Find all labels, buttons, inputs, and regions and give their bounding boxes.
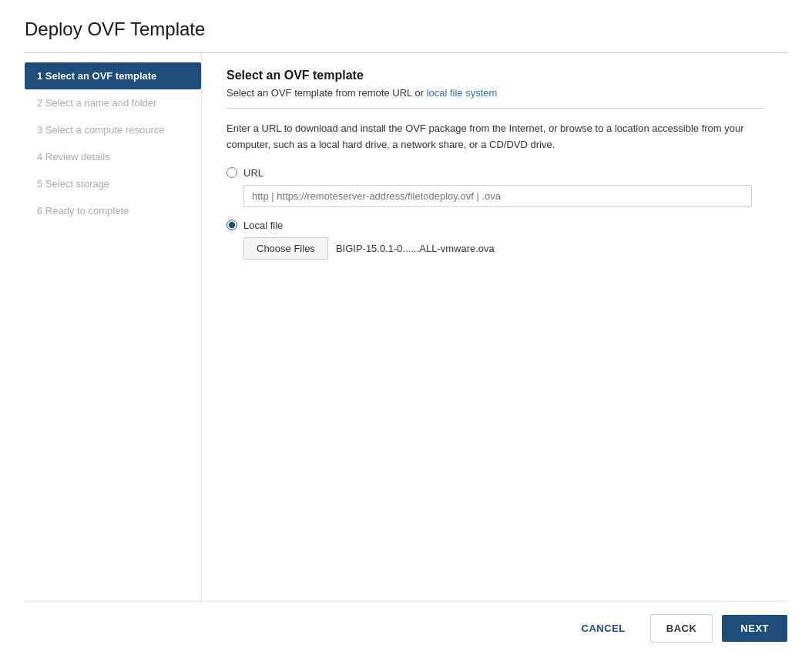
url-radio[interactable]: [226, 167, 237, 178]
page-title: Deploy OVF Template: [25, 18, 787, 40]
local-file-radio[interactable]: [226, 220, 237, 230]
url-radio-label[interactable]: URL: [226, 167, 763, 179]
sidebar-item-step1[interactable]: 1 Select an OVF template: [25, 62, 201, 89]
source-type-radio-group: URL Local file Choose Files BIGIP-15.0.1…: [226, 167, 763, 260]
sidebar-item-step4: 4 Review details: [25, 143, 201, 170]
local-file-option: Local file Choose Files BIGIP-15.0.1-0..…: [226, 220, 763, 260]
local-file-row: Choose Files BIGIP-15.0.1-0......ALL-vmw…: [243, 237, 763, 260]
footer: CANCEL BACK NEXT: [25, 601, 787, 658]
section-title: Select an OVF template: [226, 69, 763, 82]
sidebar-item-step6: 6 Ready to complete: [25, 197, 201, 224]
right-panel: Select an OVF template Select an OVF tem…: [202, 53, 787, 601]
local-file-system-link[interactable]: local file system: [427, 87, 498, 99]
next-button[interactable]: NEXT: [722, 615, 787, 642]
sidebar-item-step2: 2 Select a name and folder: [25, 89, 201, 116]
cancel-button[interactable]: CANCEL: [566, 615, 641, 642]
url-input[interactable]: [243, 185, 752, 207]
local-file-radio-label[interactable]: Local file: [226, 220, 763, 231]
section-subtitle: Select an OVF template from remote URL o…: [226, 87, 763, 99]
back-button[interactable]: BACK: [650, 614, 713, 643]
url-option: URL: [226, 167, 763, 207]
selected-file-name: BIGIP-15.0.1-0......ALL-vmware.ova: [336, 243, 495, 254]
sidebar: 1 Select an OVF template 2 Select a name…: [25, 53, 202, 601]
section-divider: [226, 108, 763, 109]
choose-files-button[interactable]: Choose Files: [243, 237, 328, 260]
sidebar-item-step5: 5 Select storage: [25, 170, 201, 197]
sidebar-item-step3: 3 Select a compute resource: [25, 116, 201, 143]
description-text: Enter a URL to download and install the …: [226, 121, 750, 153]
